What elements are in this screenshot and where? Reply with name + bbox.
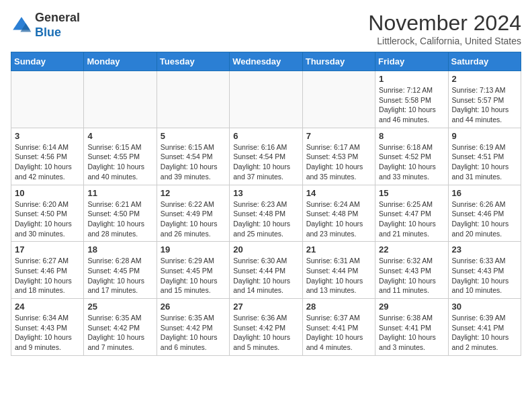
day-number: 27 [233,302,298,312]
day-cell: 13Sunrise: 6:23 AM Sunset: 4:48 PM Dayli… [230,185,302,242]
day-info: Sunrise: 6:38 AM Sunset: 4:41 PM Dayligh… [379,313,444,353]
day-info: Sunrise: 6:25 AM Sunset: 4:47 PM Dayligh… [379,199,444,239]
day-cell: 18Sunrise: 6:28 AM Sunset: 4:45 PM Dayli… [84,242,157,299]
logo-text: General Blue [35,11,80,40]
day-info: Sunrise: 6:33 AM Sunset: 4:43 PM Dayligh… [452,256,517,295]
logo-icon [11,15,32,36]
day-number: 15 [379,188,444,198]
day-cell: 24Sunrise: 6:34 AM Sunset: 4:43 PM Dayli… [11,299,84,356]
day-number: 24 [15,302,80,312]
day-number: 14 [306,188,371,198]
day-info: Sunrise: 6:37 AM Sunset: 4:41 PM Dayligh… [306,313,371,353]
day-cell: 17Sunrise: 6:27 AM Sunset: 4:46 PM Dayli… [11,242,84,299]
day-cell: 6Sunrise: 6:16 AM Sunset: 4:54 PM Daylig… [230,128,302,185]
day-cell: 22Sunrise: 6:32 AM Sunset: 4:43 PM Dayli… [375,242,448,299]
day-info: Sunrise: 6:19 AM Sunset: 4:51 PM Dayligh… [452,142,517,182]
day-number: 3 [15,131,80,141]
week-row-1: 1Sunrise: 7:12 AM Sunset: 5:58 PM Daylig… [11,71,521,128]
day-cell: 10Sunrise: 6:20 AM Sunset: 4:50 PM Dayli… [11,185,84,242]
day-info: Sunrise: 6:29 AM Sunset: 4:45 PM Dayligh… [161,256,226,295]
day-number: 20 [233,244,298,255]
day-number: 22 [379,244,444,255]
day-info: Sunrise: 6:15 AM Sunset: 4:54 PM Dayligh… [161,142,226,182]
day-info: Sunrise: 6:39 AM Sunset: 4:41 PM Dayligh… [452,313,517,353]
day-number: 21 [306,244,371,255]
day-number: 30 [452,302,517,312]
month-title: November 2024 [368,11,521,36]
day-info: Sunrise: 6:27 AM Sunset: 4:46 PM Dayligh… [15,256,80,295]
day-info: Sunrise: 6:22 AM Sunset: 4:49 PM Dayligh… [161,199,226,239]
day-cell [11,71,84,128]
day-number: 1 [379,74,444,84]
day-cell: 15Sunrise: 6:25 AM Sunset: 4:47 PM Dayli… [375,185,448,242]
day-cell [302,71,375,128]
day-cell: 4Sunrise: 6:15 AM Sunset: 4:55 PM Daylig… [84,128,157,185]
day-cell: 29Sunrise: 6:38 AM Sunset: 4:41 PM Dayli… [375,299,448,356]
day-number: 12 [161,188,226,198]
day-number: 7 [306,131,371,141]
weekday-header-saturday: Saturday [448,52,521,71]
day-info: Sunrise: 6:35 AM Sunset: 4:42 PM Dayligh… [161,313,226,353]
location: Littlerock, California, United States [368,36,521,46]
day-cell: 26Sunrise: 6:35 AM Sunset: 4:42 PM Dayli… [157,299,229,356]
day-number: 18 [87,244,152,255]
weekday-header-row: SundayMondayTuesdayWednesdayThursdayFrid… [11,52,521,71]
day-number: 17 [15,244,80,255]
day-info: Sunrise: 6:20 AM Sunset: 4:50 PM Dayligh… [15,199,80,239]
day-info: Sunrise: 6:24 AM Sunset: 4:48 PM Dayligh… [306,199,371,239]
day-cell: 23Sunrise: 6:33 AM Sunset: 4:43 PM Dayli… [448,242,521,299]
day-info: Sunrise: 6:34 AM Sunset: 4:43 PM Dayligh… [15,313,80,353]
day-info: Sunrise: 6:17 AM Sunset: 4:53 PM Dayligh… [306,142,371,182]
weekday-header-monday: Monday [84,52,157,71]
page-header: General Blue November 2024 Littlerock, C… [11,11,521,46]
day-number: 29 [379,302,444,312]
day-cell: 30Sunrise: 6:39 AM Sunset: 4:41 PM Dayli… [448,299,521,356]
day-cell: 25Sunrise: 6:35 AM Sunset: 4:42 PM Dayli… [84,299,157,356]
calendar-table: SundayMondayTuesdayWednesdayThursdayFrid… [11,52,521,356]
logo: General Blue [11,11,80,40]
day-info: Sunrise: 6:35 AM Sunset: 4:42 PM Dayligh… [87,313,152,353]
day-number: 16 [452,188,517,198]
day-info: Sunrise: 7:13 AM Sunset: 5:57 PM Dayligh… [452,85,517,125]
day-number: 11 [87,188,152,198]
day-number: 25 [87,302,152,312]
day-number: 6 [233,131,298,141]
day-cell: 19Sunrise: 6:29 AM Sunset: 4:45 PM Dayli… [157,242,229,299]
day-cell: 7Sunrise: 6:17 AM Sunset: 4:53 PM Daylig… [302,128,375,185]
day-number: 19 [161,244,226,255]
day-number: 5 [161,131,226,141]
title-area: November 2024 Littlerock, California, Un… [368,11,521,46]
day-cell: 28Sunrise: 6:37 AM Sunset: 4:41 PM Dayli… [302,299,375,356]
day-number: 26 [161,302,226,312]
day-cell: 21Sunrise: 6:31 AM Sunset: 4:44 PM Dayli… [302,242,375,299]
day-number: 9 [452,131,517,141]
week-row-3: 10Sunrise: 6:20 AM Sunset: 4:50 PM Dayli… [11,185,521,242]
day-number: 10 [15,188,80,198]
day-info: Sunrise: 6:28 AM Sunset: 4:45 PM Dayligh… [87,256,152,295]
day-cell: 16Sunrise: 6:26 AM Sunset: 4:46 PM Dayli… [448,185,521,242]
week-row-2: 3Sunrise: 6:14 AM Sunset: 4:56 PM Daylig… [11,128,521,185]
day-info: Sunrise: 6:36 AM Sunset: 4:42 PM Dayligh… [233,313,298,353]
day-number: 8 [379,131,444,141]
day-cell [84,71,157,128]
day-cell: 9Sunrise: 6:19 AM Sunset: 4:51 PM Daylig… [448,128,521,185]
day-cell: 20Sunrise: 6:30 AM Sunset: 4:44 PM Dayli… [230,242,302,299]
day-number: 13 [233,188,298,198]
day-cell [157,71,229,128]
week-row-4: 17Sunrise: 6:27 AM Sunset: 4:46 PM Dayli… [11,242,521,299]
day-info: Sunrise: 7:12 AM Sunset: 5:58 PM Dayligh… [379,85,444,125]
day-number: 23 [452,244,517,255]
day-cell: 2Sunrise: 7:13 AM Sunset: 5:57 PM Daylig… [448,71,521,128]
day-info: Sunrise: 6:23 AM Sunset: 4:48 PM Dayligh… [233,199,298,239]
day-cell: 14Sunrise: 6:24 AM Sunset: 4:48 PM Dayli… [302,185,375,242]
day-info: Sunrise: 6:14 AM Sunset: 4:56 PM Dayligh… [15,142,80,182]
day-info: Sunrise: 6:15 AM Sunset: 4:55 PM Dayligh… [87,142,152,182]
day-cell [230,71,302,128]
day-info: Sunrise: 6:32 AM Sunset: 4:43 PM Dayligh… [379,256,444,295]
day-info: Sunrise: 6:31 AM Sunset: 4:44 PM Dayligh… [306,256,371,295]
weekday-header-sunday: Sunday [11,52,84,71]
day-cell: 3Sunrise: 6:14 AM Sunset: 4:56 PM Daylig… [11,128,84,185]
day-cell: 8Sunrise: 6:18 AM Sunset: 4:52 PM Daylig… [375,128,448,185]
day-info: Sunrise: 6:21 AM Sunset: 4:50 PM Dayligh… [87,199,152,239]
day-cell: 1Sunrise: 7:12 AM Sunset: 5:58 PM Daylig… [375,71,448,128]
